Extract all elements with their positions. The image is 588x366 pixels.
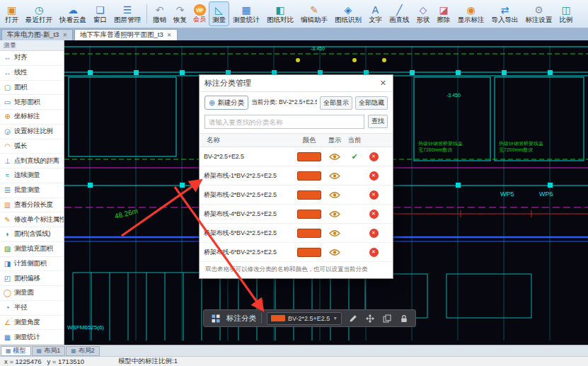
cursor-coordinates: x = 1225476 y = 1713510 xyxy=(4,358,84,365)
sidebar-item-area-arc[interactable]: ◗面积(含弧线) xyxy=(0,227,64,242)
toolbar-label: 标注设置 xyxy=(526,16,553,24)
sidebar-item-arc-length[interactable]: ◠弧长 xyxy=(0,139,64,154)
sidebar-item-linear[interactable]: ↔线性 xyxy=(0,66,64,81)
category-row[interactable]: 桥架布线-6*BV-2*2.5+E2.5 ✕ xyxy=(200,243,393,262)
color-swatch[interactable] xyxy=(297,229,321,238)
sidebar-item-point-line-distance[interactable]: ⊥点到直线的距离 xyxy=(0,154,64,168)
toolbar-item-compare[interactable]: ◧图纸对比 xyxy=(263,1,297,26)
toolbar-item-recognize[interactable]: ◈图纸识别 xyxy=(331,1,365,26)
sidebar-item-modify-annotation[interactable]: ✎修改单个标注属性 xyxy=(0,212,64,227)
color-swatch[interactable] xyxy=(297,210,321,219)
layout-tab-layout2[interactable]: ▦布局2 xyxy=(66,346,100,356)
show-all-button[interactable]: 全部显示 xyxy=(320,96,352,110)
toolbar-item-annotation-settings[interactable]: ⚙标注设置 xyxy=(522,1,556,26)
visibility-eye-icon[interactable] xyxy=(325,248,345,256)
delete-icon[interactable]: ✕ xyxy=(364,229,383,238)
layout-tab-model[interactable]: ▦模型 xyxy=(1,346,31,356)
batch-icon: ☰ xyxy=(3,186,12,194)
new-category-button[interactable]: ⊕新建分类 xyxy=(204,96,248,110)
sidebar-item-measure-angle[interactable]: ∠测量角度 xyxy=(0,316,64,331)
doc-tab-garage-power[interactable]: 车库电力图-新_t3✕ xyxy=(1,29,73,40)
circle-icon: ◯ xyxy=(3,289,12,297)
toolbar-item-scale[interactable]: ◫比例 xyxy=(556,1,577,26)
category-row[interactable]: 桥架布线-5*BV-2*2.5+E2.5 ✕ xyxy=(200,224,393,243)
search-button[interactable]: 查找 xyxy=(368,115,388,128)
grid-icon: ▦ xyxy=(71,348,76,354)
sidebar-item-area[interactable]: ▢面积 xyxy=(0,81,64,96)
delete-icon[interactable]: ✕ xyxy=(364,152,383,161)
sidebar-item-area-offset[interactable]: ◰面积偏移 xyxy=(0,271,64,286)
toolbar-item-draw-line[interactable]: ╱画直线 xyxy=(386,1,413,26)
toolbar-item-recent[interactable]: ◷最近打开 xyxy=(22,1,56,26)
sidebar-item-segment-length[interactable]: ▥查看分段长度 xyxy=(0,198,64,213)
toolbar-item-measure-stats[interactable]: ▦测量统计 xyxy=(229,1,263,26)
sidebar-item-batch-measure[interactable]: ☰批量测量 xyxy=(0,183,64,198)
sidebar-item-continuous-measure[interactable]: ≈连续测量 xyxy=(0,168,64,183)
category-row[interactable]: 桥架布线-1*BV-2*2.5+E2.5 ✕ xyxy=(200,166,393,185)
dialog-search-row: 查找 xyxy=(200,113,393,133)
undo-icon: ↶ xyxy=(156,4,164,16)
toolbar-item-measure[interactable]: ◺测量 xyxy=(209,1,229,26)
delete-icon[interactable]: ✕ xyxy=(364,171,383,181)
toolbar-item-erase[interactable]: ◪擦除 xyxy=(434,1,454,26)
area-arc-icon: ◗ xyxy=(3,230,12,238)
category-row[interactable]: BV-2*2.5+E2.5 ✔ ✕ xyxy=(200,147,393,166)
import-export-icon: ⇄ xyxy=(501,4,509,16)
delete-icon[interactable]: ✕ xyxy=(364,190,383,200)
pencil-icon: ✎ xyxy=(310,4,318,16)
layout-tab-layout1[interactable]: ▦布局1 xyxy=(32,346,66,356)
color-swatch[interactable] xyxy=(297,248,321,257)
dialog-footer-note: 双击表格项可以修改分类的名称和颜色，也可以设置当前分类 xyxy=(200,262,393,278)
delete-icon[interactable]: ✕ xyxy=(364,210,383,219)
sidebar-item-rect-area[interactable]: ▭矩形面积 xyxy=(0,95,64,110)
edit-icon[interactable] xyxy=(347,312,359,324)
move-icon[interactable] xyxy=(364,312,376,324)
hide-all-button[interactable]: 全部隐藏 xyxy=(355,96,388,110)
doc-tab-label: 车库电力图-新_t3 xyxy=(7,30,59,40)
app-window: ▣打开 ◷最近打开 ☁快看云盘 ❏窗口 ☰图层管理 ↶撤销 ↷恢复 VIP会员 … xyxy=(0,0,588,366)
sidebar-item-fill-area[interactable]: ▨测量填充面积 xyxy=(0,242,64,257)
toolbar-item-undo[interactable]: ↶撤销 xyxy=(149,1,170,26)
doc-tab-lighting-plan[interactable]: 地下车库普通照明平面图_t3✕ xyxy=(74,29,177,40)
category-row[interactable]: 桥架布线-4*BV-2*2.5+E2.5 ✕ xyxy=(200,205,393,224)
visibility-eye-icon[interactable] xyxy=(325,172,345,180)
category-dropdown[interactable]: BV-2*2.5+E2.5 ▼ xyxy=(267,312,342,325)
color-swatch[interactable] xyxy=(297,152,321,161)
toolbar-item-import-export[interactable]: ⇄导入导出 xyxy=(488,1,522,26)
toolbar-item-text[interactable]: A文字 xyxy=(365,1,386,26)
color-swatch[interactable] xyxy=(297,171,321,181)
color-swatch[interactable] xyxy=(297,190,321,200)
visibility-eye-icon[interactable] xyxy=(325,191,345,199)
close-icon[interactable]: ✕ xyxy=(167,32,172,38)
visibility-eye-icon[interactable] xyxy=(325,229,345,237)
sidebar-item-measure-stats[interactable]: ▦测量统计 xyxy=(0,330,64,345)
toolbar-item-open[interactable]: ▣打开 xyxy=(1,1,22,26)
category-search-input[interactable] xyxy=(204,115,364,129)
copy-icon[interactable] xyxy=(381,312,393,324)
toolbar-item-window[interactable]: ❏窗口 xyxy=(90,1,110,26)
toolbar-item-show-annotation[interactable]: ◉显示标注 xyxy=(454,1,488,26)
sidebar-item-align[interactable]: ⇔对齐 xyxy=(0,51,64,66)
lock-icon[interactable] xyxy=(398,312,410,324)
delete-icon[interactable]: ✕ xyxy=(364,248,383,257)
sidebar-item-radius[interactable]: ◔半径 xyxy=(0,301,64,316)
sidebar-item-coordinate[interactable]: ⊕坐标标注 xyxy=(0,110,64,125)
visibility-eye-icon[interactable] xyxy=(325,210,345,218)
sidebar-item-scale-setting[interactable]: ◶设置标注比例 xyxy=(0,125,64,139)
toolbar-item-redo[interactable]: ↷恢复 xyxy=(170,1,190,26)
toolbar-item-shape[interactable]: ◇形状 xyxy=(413,1,434,26)
close-icon[interactable]: ✕ xyxy=(62,32,67,38)
annotation-category-button[interactable]: 标注分类 xyxy=(226,314,256,324)
toolbar-item-edit-assistant[interactable]: ✎编辑助手 xyxy=(297,1,331,26)
sidebar-item-measure-circle[interactable]: ◯测量圆 xyxy=(0,286,64,301)
category-row[interactable]: 桥架布线-2*BV-2*2.5+E2.5 ✕ xyxy=(200,185,393,205)
toolbar-item-cloud[interactable]: ☁快看云盘 xyxy=(56,1,90,26)
sidebar-item-side-area[interactable]: ◨计算侧面积 xyxy=(0,257,64,272)
toolbar-item-layers[interactable]: ☰图层管理 xyxy=(110,1,144,26)
toolbar-label: 图纸识别 xyxy=(335,16,362,24)
scale-setting-icon: ◶ xyxy=(3,127,12,135)
visibility-eye-icon[interactable] xyxy=(325,153,345,161)
dialog-title-bar[interactable]: 标注分类管理 ✕ xyxy=(200,75,393,92)
close-icon[interactable]: ✕ xyxy=(379,79,388,88)
toolbar-item-vip[interactable]: VIP会员 xyxy=(190,1,209,26)
